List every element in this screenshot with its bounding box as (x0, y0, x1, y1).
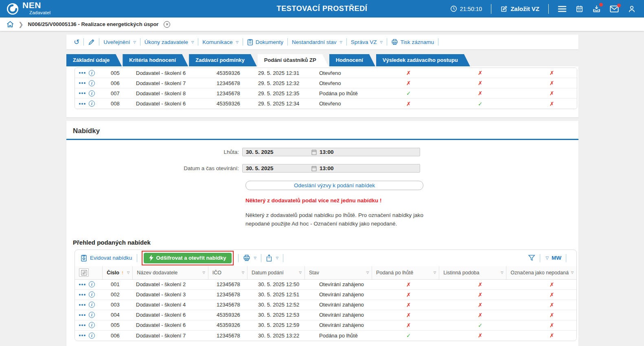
calendar-icon[interactable] (311, 149, 317, 155)
column-header-oznacena[interactable]: Označena jako nepodaná▽ (506, 266, 576, 279)
refresh-button[interactable]: ↺ (74, 39, 79, 46)
table-row[interactable]: i 005 Dodavatel - školení 6 45359326 30.… (75, 320, 576, 331)
tab-zakladni-udaje[interactable]: Základní údaje (66, 54, 122, 66)
profile-button[interactable] (628, 5, 636, 13)
column-settings[interactable] (75, 266, 103, 279)
row-actions-icon[interactable] (79, 72, 85, 74)
table-row[interactable]: i 006 Dodavatel - školení 7 12345678 30.… (75, 331, 576, 341)
send-invite-button[interactable]: Odeslání výzvy k podání nabídek (245, 181, 423, 190)
deadline-date-value[interactable]: 30. 5. 2025 (243, 149, 311, 155)
nen-logo[interactable]: NEN Zadavatel (7, 2, 50, 16)
info-icon[interactable]: i (89, 80, 95, 86)
menu-sprava-vz[interactable]: Správa VZ▽ (351, 39, 383, 45)
print-record-button[interactable]: Tisk záznamu (391, 39, 434, 45)
register-offer-button[interactable]: Evidovat nabídku (81, 254, 132, 262)
table-row[interactable]: i 001 Dodavatel - školení 2 12345678 30.… (75, 280, 576, 290)
filter-chevron-icon[interactable]: ▽ (498, 271, 503, 274)
cell-number: 007 (104, 90, 136, 96)
print-table-button[interactable]: ▽ (243, 254, 256, 261)
row-actions-icon[interactable] (79, 314, 85, 316)
export-button[interactable]: ▽ (266, 254, 278, 262)
filter-chevron-icon[interactable]: ▽ (431, 271, 436, 274)
cell-late-mark: ✗ (391, 281, 462, 288)
row-actions-icon[interactable] (79, 335, 85, 336)
opening-date-value[interactable]: 30. 5. 2025 (243, 165, 311, 171)
cell-ico: 12345678 (217, 333, 258, 339)
info-icon[interactable]: i (89, 101, 95, 107)
tab-hodnoceni[interactable]: Hodnocení (329, 54, 375, 66)
table-row[interactable]: i 005 Dodavatel - školení 6 45359326 29.… (75, 68, 577, 78)
cell-ico: 45359326 (217, 70, 258, 76)
column-header-datum[interactable]: Datum podání▽ (248, 266, 305, 279)
table-row[interactable]: i 002 Dodavatel - školení 3 12345678 30.… (75, 290, 576, 300)
row-actions-icon[interactable] (79, 82, 85, 84)
filter-chevron-icon[interactable]: ▽ (239, 271, 244, 274)
edit-record-button[interactable] (88, 39, 95, 46)
deadline-time-value[interactable]: 13:00 (320, 149, 334, 155)
menu-button[interactable] (558, 5, 567, 13)
close-record-icon[interactable]: ✕ (164, 21, 170, 28)
column-header-podana-po-lhute[interactable]: Podaná po lhůtě▽ (372, 266, 439, 279)
tab-kriteria-hodnoceni[interactable]: Kritéria hodnocení (123, 54, 188, 66)
opening-time-value[interactable]: 13:00 (320, 165, 334, 171)
tab-zadavaci-podminky[interactable]: Zadávací podmínky (189, 54, 257, 66)
opening-field[interactable]: 30. 5. 2025 13:00 (242, 164, 420, 173)
info-icon[interactable]: i (89, 322, 95, 328)
user-view-chevron-icon[interactable]: ▽ (545, 256, 549, 260)
table-row[interactable]: i 007 Dodavatel - školení 8 12345678 29.… (75, 88, 577, 99)
menu-nestandardni-stav[interactable]: Nestandardní stav▽ (292, 39, 342, 45)
table-row[interactable]: i 004 Dodavatel - školení 6 45359326 30.… (75, 310, 576, 320)
info-icon[interactable]: i (89, 90, 95, 96)
cell-paper-mark: ✗ (462, 291, 534, 298)
table-row[interactable]: i 008 Dodavatel - školení 6 45359326 29.… (75, 99, 577, 109)
column-header-cislo[interactable]: Číslo ↑ ▽ (103, 266, 133, 279)
downloads-button[interactable] (592, 4, 601, 13)
menu-uverejneni[interactable]: Uveřejnění▽ (103, 39, 136, 45)
cell-paper-mark: ✗ (462, 312, 534, 318)
row-actions-icon[interactable] (79, 324, 85, 326)
row-actions-icon[interactable] (79, 103, 85, 105)
user-initials[interactable]: MW (552, 255, 561, 261)
menu-ukony-zadavatele[interactable]: Úkony zadavatele▽ (145, 39, 194, 45)
info-icon[interactable]: i (89, 312, 95, 318)
filter-chevron-icon[interactable]: ▽ (569, 271, 574, 274)
decrypt-open-button[interactable]: Odšifrovat a otevřít nabídky (144, 253, 232, 263)
cell-supplier-name: Dodavatel - školení 4 (136, 302, 217, 308)
column-header-stav[interactable]: Stav▽ (305, 266, 372, 279)
row-actions-icon[interactable] (79, 92, 85, 94)
clipboard-gear-icon (81, 254, 87, 262)
row-actions-icon[interactable] (79, 294, 85, 296)
messages-button[interactable] (610, 5, 619, 13)
filter-chevron-icon[interactable]: ▽ (125, 271, 129, 274)
filter-icon[interactable] (528, 254, 535, 261)
breadcrumb-item[interactable]: N006/25/V00005136 - Realizace energetick… (28, 21, 159, 27)
edit-icon (500, 5, 508, 13)
calendar-button[interactable] (576, 5, 583, 13)
row-actions-icon[interactable] (79, 284, 85, 285)
table-row[interactable]: i 003 Dodavatel - školení 4 12345678 30.… (75, 300, 576, 310)
cell-number: 008 (104, 101, 136, 107)
tab-vysledek[interactable]: Výsledek zadávacího postupu (376, 54, 470, 66)
column-header-listinna-podoba[interactable]: Listinná podoba▽ (439, 266, 506, 279)
info-icon[interactable]: i (89, 291, 95, 298)
info-icon[interactable]: i (89, 281, 95, 287)
column-header-ico[interactable]: IČO▽ (208, 266, 248, 279)
menu-komunikace[interactable]: Komunikace▽ (202, 39, 238, 45)
menu-dokumenty[interactable]: Dokumenty (247, 39, 283, 46)
row-actions-icon[interactable] (79, 304, 85, 306)
filter-chevron-icon[interactable]: ▽ (364, 271, 369, 274)
info-icon[interactable]: i (89, 333, 95, 339)
calendar-icon[interactable] (311, 166, 317, 171)
filter-chevron-icon[interactable]: ▽ (297, 271, 302, 274)
column-settings-icon[interactable] (79, 268, 89, 277)
create-vz-button[interactable]: Založit VZ (500, 5, 539, 13)
table-row[interactable]: i 006 Dodavatel - školení 7 12345678 29.… (75, 78, 577, 88)
info-icon[interactable]: i (89, 302, 95, 308)
filter-chevron-icon[interactable]: ▽ (200, 271, 205, 274)
cell-status: Otevírání zahájeno (319, 312, 391, 318)
column-header-nazev[interactable]: Název dodavatele▽ (133, 266, 208, 279)
tab-podani-ucastniku[interactable]: Podání účastníků ZP (258, 54, 329, 66)
home-icon[interactable] (7, 21, 14, 28)
deadline-field[interactable]: 30. 5. 2025 13:00 (242, 148, 420, 156)
info-icon[interactable]: i (89, 70, 95, 76)
